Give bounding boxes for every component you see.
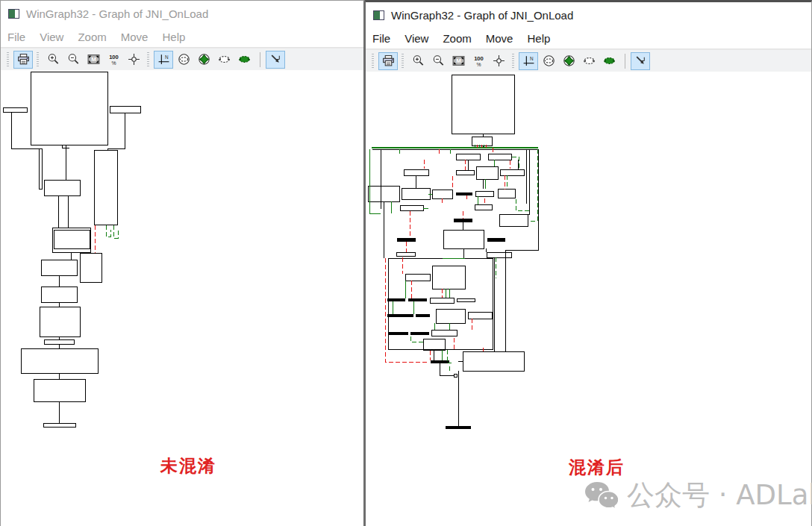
menu-file[interactable]: File	[372, 32, 390, 45]
toolbar-separator	[625, 54, 625, 69]
sphere-move-icon	[198, 53, 210, 66]
toolbar-grip[interactable]	[7, 52, 9, 67]
sphere-view-button[interactable]	[174, 51, 193, 69]
sphere-view-icon	[178, 53, 190, 66]
zoom-fit-button[interactable]	[84, 51, 103, 69]
fisheye-view-button[interactable]	[579, 52, 599, 70]
zoom-in-button[interactable]	[408, 52, 428, 70]
pointer-button[interactable]	[631, 52, 650, 70]
print-icon	[382, 54, 395, 67]
center-icon	[493, 54, 505, 67]
zoom-fit-button[interactable]	[449, 52, 468, 70]
toolbar-grip[interactable]	[512, 54, 514, 69]
axes-icon	[522, 54, 535, 67]
watermark-text: 公众号 · ADLab	[627, 477, 812, 514]
pointer-button[interactable]	[266, 51, 285, 69]
menubar: File View Zoom Move Help	[1, 26, 363, 48]
wingraph-window-left: WinGraph32 - Graph of JNI_OnLoad File Vi…	[0, 0, 365, 526]
zoom-in-icon	[47, 53, 60, 66]
print-button[interactable]	[13, 51, 33, 69]
toolbar-separator	[260, 52, 260, 67]
axes-button[interactable]	[519, 52, 538, 70]
toolbar-grip[interactable]	[402, 54, 404, 69]
toolbar-grip[interactable]	[37, 52, 39, 67]
print-icon	[17, 53, 30, 66]
fisheye-view-icon	[583, 54, 596, 67]
menu-help[interactable]: Help	[162, 31, 185, 43]
zoom-in-button[interactable]	[43, 51, 63, 69]
window-title: WinGraph32 - Graph of JNI_OnLoad	[391, 9, 573, 22]
pointer-icon	[634, 54, 647, 67]
menu-file[interactable]: File	[7, 31, 25, 43]
zoom-fit-icon	[87, 53, 100, 66]
obfuscation-label: 混淆后	[569, 456, 625, 479]
menubar: File View Zoom Move Help	[366, 28, 811, 49]
zoom-out-button[interactable]	[428, 52, 448, 70]
zoom-100-button[interactable]	[469, 52, 488, 70]
app-icon	[373, 10, 384, 20]
fisheye-move-icon	[603, 54, 616, 67]
sphere-move-button[interactable]	[194, 51, 213, 69]
wechat-icon	[584, 480, 618, 510]
zoom-out-button[interactable]	[63, 51, 83, 69]
app-icon	[8, 9, 19, 19]
center-button[interactable]	[124, 51, 143, 69]
menu-view[interactable]: View	[40, 31, 63, 43]
toolbar	[1, 48, 363, 72]
titlebar[interactable]: WinGraph32 - Graph of JNI_OnLoad	[1, 1, 363, 26]
menu-zoom[interactable]: Zoom	[78, 31, 106, 43]
center-icon	[128, 53, 140, 66]
menu-move[interactable]: Move	[486, 32, 513, 45]
zoom-100-icon	[107, 53, 120, 66]
print-button[interactable]	[378, 52, 398, 70]
toolbar	[366, 49, 811, 73]
sphere-view-icon	[543, 54, 555, 67]
axes-button[interactable]	[154, 51, 173, 69]
zoom-100-button[interactable]	[104, 51, 123, 69]
zoom-out-icon	[432, 54, 445, 67]
sphere-view-button[interactable]	[539, 52, 558, 70]
center-button[interactable]	[489, 52, 508, 70]
menu-help[interactable]: Help	[527, 32, 550, 45]
fisheye-view-icon	[218, 53, 231, 66]
zoom-in-icon	[412, 54, 425, 67]
window-title: WinGraph32 - Graph of JNI_OnLoad	[26, 7, 208, 20]
watermark: 公众号 · ADLab	[584, 477, 812, 514]
wingraph-window-right: WinGraph32 - Graph of JNI_OnLoad File Vi…	[365, 0, 812, 526]
fisheye-view-button[interactable]	[214, 51, 234, 69]
toolbar-grip[interactable]	[147, 52, 149, 67]
fisheye-move-icon	[238, 53, 251, 66]
fisheye-move-button[interactable]	[599, 52, 619, 70]
sphere-move-icon	[563, 54, 575, 67]
menu-view[interactable]: View	[405, 32, 428, 45]
zoom-fit-icon	[452, 54, 465, 67]
titlebar[interactable]: WinGraph32 - Graph of JNI_OnLoad	[366, 2, 811, 28]
pointer-icon	[269, 53, 282, 66]
menu-move[interactable]: Move	[121, 31, 149, 43]
menu-zoom[interactable]: Zoom	[443, 32, 471, 45]
zoom-out-icon	[67, 53, 80, 66]
zoom-100-icon	[472, 54, 485, 67]
toolbar-grip[interactable]	[372, 54, 374, 69]
axes-icon	[157, 53, 170, 66]
obfuscation-label: 未混淆	[160, 454, 216, 478]
sphere-move-button[interactable]	[559, 52, 578, 70]
fisheye-move-button[interactable]	[234, 51, 254, 69]
